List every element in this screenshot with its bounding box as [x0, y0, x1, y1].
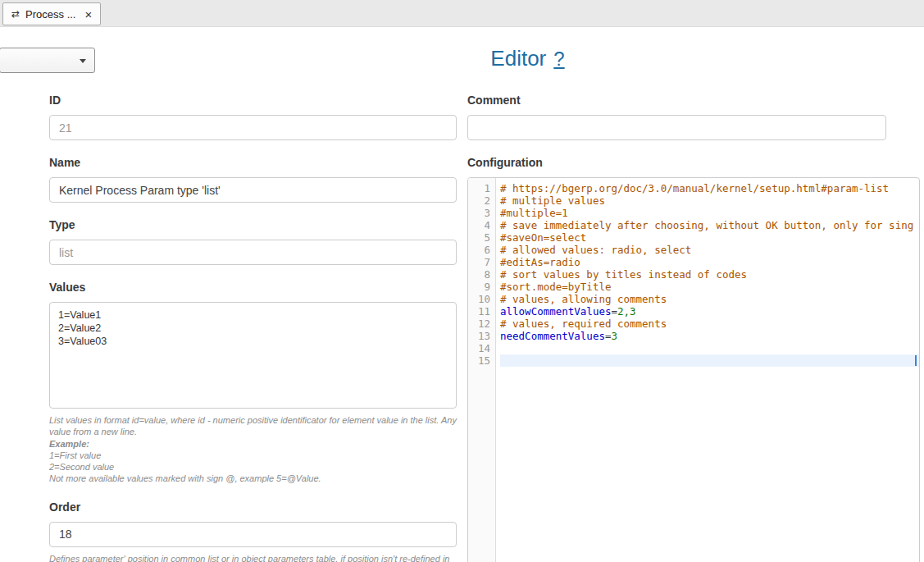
code-token-comment: # allowed values: radio, select [500, 244, 691, 256]
values-textarea[interactable]: 1=Value1 2=Value2 3=Value03 [49, 302, 457, 409]
help-text-line: List values in format id=value, where id… [49, 414, 457, 438]
line-number: 14 [468, 342, 490, 354]
line-number: 9 [468, 281, 490, 293]
chevron-down-icon [80, 59, 86, 63]
code-line[interactable]: # values, allowing comments [500, 293, 919, 305]
help-text-line: Defines parameter' position in common li… [49, 553, 457, 562]
line-number: 15 [468, 354, 490, 367]
code-line[interactable] [500, 354, 919, 367]
code-token-comment: # https://bgerp.org/doc/3.0/manual/kerne… [500, 182, 889, 194]
comment-label: Comment [467, 94, 886, 107]
help-text-line: 2=Second value [49, 461, 457, 473]
code-token-comment: #sort.mode=byTitle [500, 281, 611, 293]
tab-process[interactable]: ⇄ Process ... × [2, 2, 101, 25]
code-token-key: allowCommentValues [500, 305, 611, 318]
code-line[interactable]: # save immediately after choosing, witho… [500, 219, 919, 231]
code-line[interactable]: # sort values by titles instead of codes [500, 268, 919, 281]
form-right-column: Comment Configuration 123456789101112131… [467, 94, 886, 562]
order-label: Order [49, 500, 457, 514]
code-line[interactable]: #sort.mode=byTitle [500, 281, 919, 293]
line-number: 11 [468, 305, 490, 318]
code-token-value: 3 [611, 330, 617, 342]
configuration-code-editor[interactable]: 123456789101112131415 # https://bgerp.or… [467, 177, 920, 562]
tab-bar: ⇄ Process ... × [0, 0, 924, 27]
line-number: 4 [468, 219, 490, 231]
code-line[interactable]: # multiple values [500, 194, 919, 207]
order-help: Defines parameter' position in common li… [49, 553, 457, 562]
code-line[interactable]: # values, required comments [500, 318, 919, 330]
code-token-comment: #editAs=radio [500, 256, 580, 268]
code-line[interactable]: #saveOn=select [500, 231, 919, 244]
type-input[interactable] [49, 240, 457, 265]
name-label: Name [49, 156, 457, 169]
line-number: 3 [468, 207, 490, 219]
configuration-label: Configuration [467, 156, 886, 169]
values-help: List values in format id=value, where id… [49, 414, 457, 485]
code-line[interactable]: #editAs=radio [500, 256, 919, 268]
tab-label: Process ... [25, 8, 75, 21]
help-text-line: Example: [49, 438, 457, 450]
code-line[interactable] [500, 342, 919, 354]
page-title: Editor [490, 46, 546, 71]
help-link[interactable]: ? [553, 48, 564, 70]
code-token-comment: # sort values by titles instead of codes [500, 268, 747, 281]
order-input[interactable] [49, 522, 457, 547]
code-line[interactable]: needCommentValues=3 [500, 330, 919, 342]
page-header: Editor? [131, 46, 924, 71]
name-input[interactable] [49, 177, 457, 203]
form-left-column: ID Name Type Values 1=Value1 2=Value2 3=… [49, 94, 457, 562]
id-input[interactable] [49, 115, 457, 140]
help-text-line: 1=First value [49, 450, 457, 461]
object-select[interactable] [0, 48, 95, 73]
text-cursor-icon [915, 355, 917, 366]
line-number: 5 [468, 231, 490, 244]
code-line[interactable]: #multiple=1 [500, 207, 919, 219]
comment-input[interactable] [467, 115, 886, 140]
code-lines: # https://bgerp.org/doc/3.0/manual/kerne… [496, 178, 919, 562]
line-number: 8 [468, 268, 490, 281]
code-line[interactable]: # allowed values: radio, select [500, 244, 919, 256]
line-number: 6 [468, 244, 490, 256]
process-icon: ⇄ [11, 8, 20, 20]
line-number: 7 [468, 256, 490, 268]
id-label: ID [49, 94, 457, 107]
code-token-comment: # values, allowing comments [500, 293, 667, 305]
code-token-comment: # multiple values [500, 194, 605, 207]
line-number: 10 [468, 293, 490, 305]
type-label: Type [49, 218, 457, 231]
code-token-value: 2,3 [617, 305, 636, 318]
code-token-comment: # values, required comments [500, 318, 667, 330]
line-number: 13 [468, 330, 490, 342]
help-text-line: Not more available values marked with si… [49, 473, 457, 484]
code-line[interactable]: allowCommentValues=2,3 [500, 305, 919, 318]
values-label: Values [49, 281, 457, 294]
code-token-comment: #multiple=1 [500, 207, 568, 219]
code-gutter: 123456789101112131415 [468, 178, 496, 562]
code-token-comment: #saveOn=select [500, 231, 586, 244]
code-token-key: needCommentValues [500, 330, 605, 342]
close-icon[interactable]: × [84, 8, 92, 21]
line-number: 12 [468, 318, 490, 330]
code-token-plain: = [611, 305, 617, 318]
code-line[interactable]: # https://bgerp.org/doc/3.0/manual/kerne… [500, 182, 919, 194]
code-token-comment: # save immediately after choosing, witho… [500, 219, 913, 231]
line-number: 1 [468, 182, 490, 194]
line-number: 2 [468, 194, 490, 207]
